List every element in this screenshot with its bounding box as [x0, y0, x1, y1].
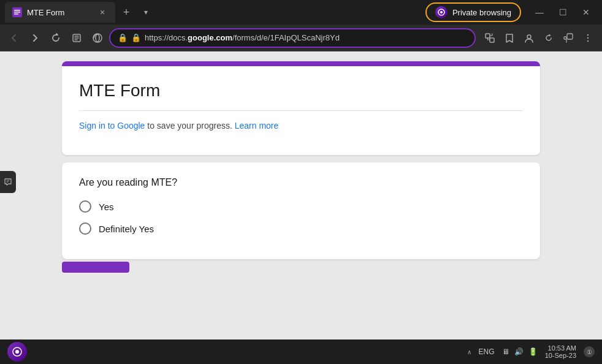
svg-rect-7 [486, 34, 490, 38]
extensions-button[interactable] [559, 29, 577, 47]
bookmark-button[interactable] [500, 29, 519, 47]
taskbar-system-icons: 🖥 🔊 🔋 [502, 347, 538, 356]
translate-button[interactable] [481, 29, 499, 47]
svg-point-14 [587, 40, 589, 41]
svg-point-4 [440, 11, 443, 13]
option-definitely-yes-label: Definitely Yes [99, 224, 154, 234]
security-lock-icon: 🔒 [118, 33, 128, 42]
minimize-button[interactable]: — [528, 3, 551, 21]
lock-icon: 🔒 [131, 33, 141, 42]
svg-point-12 [587, 34, 589, 35]
current-time: 10:53 AM [548, 344, 576, 352]
forward-button[interactable] [26, 29, 44, 47]
tab-title: MTE Form [27, 8, 92, 17]
time-block: 10:53 AM 10-Sep-23 [545, 344, 576, 359]
taskbar-lang: ENG [479, 347, 495, 356]
menu-button[interactable] [579, 29, 597, 47]
page-content: MTE Form Sign in to Google to save your … [0, 51, 602, 339]
avatar-button[interactable] [520, 29, 538, 47]
taskbar-chevron[interactable]: ∧ [467, 349, 471, 355]
address-bar[interactable]: 🔒 🔒 https://docs.google.com/forms/d/e/1F… [109, 28, 476, 48]
taskbar-right: ∧ ENG 🖥 🔊 🔋 10:53 AM 10-Sep-23 ① [467, 344, 595, 359]
taskbar: ∧ ENG 🖥 🔊 🔋 10:53 AM 10-Sep-23 ① [0, 339, 602, 364]
private-browsing-button[interactable]: Private browsing [425, 2, 521, 22]
next-button-partial[interactable] [62, 262, 129, 273]
option-definitely-yes[interactable]: Definitely Yes [79, 222, 523, 235]
close-button[interactable]: ✕ [575, 3, 597, 21]
back-button[interactable] [5, 29, 23, 47]
active-tab[interactable]: MTE Form × [5, 2, 115, 23]
volume-icon: 🔊 [514, 347, 524, 356]
refresh-button[interactable] [47, 29, 65, 47]
svg-rect-8 [490, 38, 494, 42]
url-text: https://docs.google.com/forms/d/e/1FAIpQ… [145, 33, 467, 42]
current-date: 10-Sep-23 [545, 352, 576, 359]
tab-dropdown-button[interactable]: ▾ [137, 4, 154, 21]
notification-badge[interactable]: ① [584, 346, 595, 357]
question-card: Are you reading MTE? Yes Definitely Yes [62, 162, 540, 259]
option-yes-label: Yes [99, 202, 113, 212]
maximize-button[interactable]: ☐ [552, 3, 574, 21]
svg-rect-0 [14, 10, 20, 11]
learn-more-link[interactable]: Learn more [235, 121, 279, 131]
signin-prompt: Sign in to Google to save your progress.… [79, 110, 523, 140]
svg-point-16 [15, 350, 19, 354]
svg-rect-1 [14, 12, 20, 13]
svg-point-13 [587, 37, 589, 38]
new-tab-button[interactable]: + [118, 4, 135, 21]
tab-area: MTE Form × + ▾ [5, 2, 423, 23]
window-controls: — ☐ ✕ [528, 3, 597, 21]
svg-rect-2 [14, 13, 18, 15]
private-browsing-label: Private browsing [452, 8, 511, 17]
history-button[interactable] [67, 29, 86, 47]
feedback-button[interactable] [0, 171, 16, 193]
option-yes[interactable]: Yes [79, 200, 523, 213]
reload-button[interactable] [539, 29, 558, 47]
radio-definitely-yes[interactable] [79, 222, 91, 235]
private-browsing-icon [435, 6, 448, 18]
navigation-bar: 🔒 🔒 https://docs.google.com/forms/d/e/1F… [0, 25, 602, 51]
question-text: Are you reading MTE? [79, 177, 523, 188]
private-nav-icon [88, 29, 107, 47]
radio-yes[interactable] [79, 200, 91, 213]
tab-close-button[interactable]: × [97, 7, 108, 18]
battery-icon: 🔋 [528, 347, 538, 356]
tab-favicon [12, 7, 22, 17]
svg-point-6 [96, 34, 99, 42]
svg-point-9 [527, 35, 531, 39]
form-header-card: MTE Form Sign in to Google to save your … [62, 61, 540, 155]
nav-action-buttons [481, 29, 597, 47]
title-bar: MTE Form × + ▾ Private browsing — ☐ ✕ [0, 0, 602, 25]
network-icon: 🖥 [502, 347, 509, 356]
partial-button-row [62, 262, 540, 273]
svg-rect-10 [564, 37, 566, 39]
taskbar-app-icon[interactable] [7, 342, 27, 362]
signin-link[interactable]: Sign in to Google [79, 121, 145, 131]
svg-rect-11 [567, 34, 573, 39]
form-title: MTE Form [79, 81, 523, 100]
